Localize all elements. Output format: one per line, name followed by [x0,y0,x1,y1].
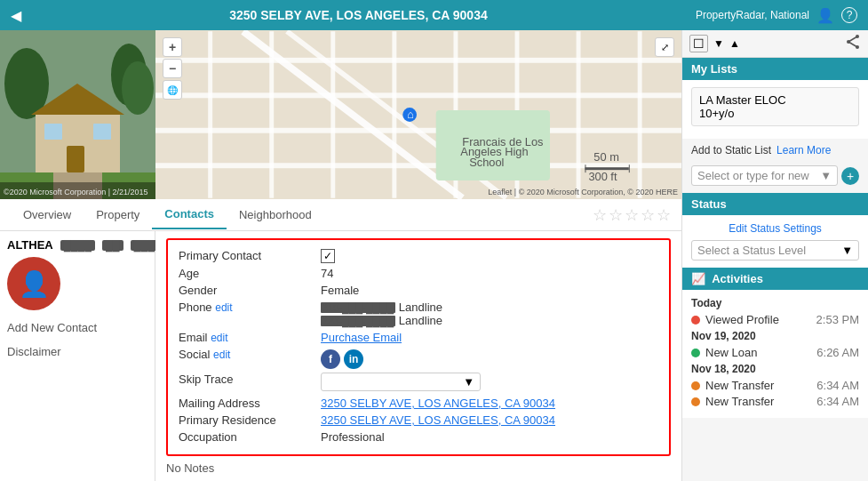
skip-trace-select[interactable]: ▼ [321,373,481,391]
map-area: ©2020 Microsoft Corporation | 2/21/2015 [0,30,681,199]
view-toggle-icons: ☐ ▼ ▲ [689,35,740,52]
star-2[interactable]: ☆ [609,205,623,225]
activity-transfer-1-label: New Transfer [705,379,811,392]
phone-row: Phone edit 310-███-████ Landline 323-███… [179,301,658,327]
gender-row: Gender Female [179,284,658,297]
notes-section: No Notes [166,461,671,475]
star-5[interactable]: ☆ [657,205,671,225]
my-lists-body: LA Master ELOC 10+y/o [682,80,868,139]
activity-new-loan: New Loan 6:26 AM [691,346,859,359]
back-icon[interactable]: ◀ [11,7,21,24]
activity-transfer-2: New Transfer 6:34 AM [691,395,859,408]
social-edit-link[interactable]: edit [213,349,230,361]
activities-section: 📈 Activities Today Viewed Profile 2:53 P… [682,268,868,418]
map-caption: Leaflet | © 2020 Microsoft Corporation, … [488,184,678,197]
contact-redacted-2: ██ [102,240,123,251]
skip-trace-row: Skip Trace ▼ [179,373,658,391]
map-expand-button[interactable]: ⤢ [655,37,674,57]
email-row: Email edit Purchase Email [179,331,658,344]
activity-transfer-2-time: 6:34 AM [816,395,859,408]
share-icon[interactable] [845,34,861,53]
phone-edit-link[interactable]: edit [215,301,232,314]
star-4[interactable]: ☆ [641,205,655,225]
phone1-row: 310-███-████ Landline [321,301,658,314]
svg-rect-6 [67,146,84,172]
tab-overview[interactable]: Overview [11,201,84,228]
primary-contact-label: Primary Contact [179,249,321,262]
contact-name: ALTHEA [7,238,53,252]
star-1[interactable]: ☆ [593,205,607,225]
mailing-address-link[interactable]: 3250 SELBY AVE, LOS ANGELES, CA 90034 [321,397,555,410]
view-square-icon[interactable]: ☐ [689,35,708,52]
activity-day-today: Today [691,297,859,309]
add-to-list-button[interactable]: + [841,167,859,185]
email-edit-link[interactable]: edit [211,332,227,344]
svg-line-43 [848,42,857,47]
activity-dot-orange-1 [691,381,700,390]
select-type-new[interactable]: Select or type for new ▼ [691,165,838,186]
gender-value: Female [321,284,658,297]
svg-rect-36 [629,164,630,172]
learn-more-link[interactable]: Learn More [776,144,831,156]
right-sidebar: ☐ ▼ ▲ My Lists LA [681,30,868,481]
age-row: Age 74 [179,267,658,280]
svg-text:School: School [469,156,504,169]
phone-values: 310-███-████ Landline 323-███-████ Landl… [321,301,658,327]
tab-neighborhood[interactable]: Neighborhood [227,201,324,228]
activities-body: Today Viewed Profile 2:53 PM Nov 19, 202… [682,290,868,418]
status-select[interactable]: Select a Status Level ▼ [691,240,859,261]
add-new-contact-item[interactable]: Add New Contact [7,316,147,340]
age-value: 74 [321,267,658,280]
contact-redacted-1: ████ [60,240,95,251]
my-lists-section: My Lists LA Master ELOC 10+y/o Add to St… [682,58,868,193]
property-photo-svg [0,30,155,199]
disclaimer-item[interactable]: Disclaimer [7,340,147,364]
status-header: Status [682,193,868,215]
list-card[interactable]: LA Master ELOC 10+y/o [691,87,859,126]
tab-contacts[interactable]: Contacts [152,200,227,229]
zoom-out-button[interactable]: − [163,59,182,78]
contact-detail: Primary Contact ✓ Age 74 Gender Female [155,231,681,481]
status-placeholder: Select a Status Level [697,244,841,257]
activity-transfer-2-label: New Transfer [705,395,811,408]
map-container[interactable]: Francais de Los Angeles High School ⌂ 50… [155,30,681,199]
view-up-icon[interactable]: ▲ [729,37,740,50]
tabs-bar: Overview Property Contacts Neighborhood … [0,199,681,231]
svg-rect-35 [585,164,585,172]
brand-label: PropertyRadar, National [696,9,809,21]
phone2-type: Landline [399,314,442,327]
activities-header: 📈 Activities [682,268,868,290]
email-label: Email edit [179,331,321,344]
activity-transfer-1-time: 6:34 AM [816,379,859,392]
help-icon[interactable]: ? [841,7,857,23]
edit-status-link[interactable]: Edit Status Settings [691,222,859,235]
view-down-icon[interactable]: ▼ [713,37,724,50]
my-lists-header: My Lists [682,58,868,80]
mailing-address-label: Mailing Address [179,397,321,410]
purchase-email-link[interactable]: Purchase Email [321,331,402,344]
svg-rect-25 [638,31,642,197]
linkedin-icon[interactable]: in [344,349,363,369]
facebook-icon[interactable]: f [321,349,340,369]
activity-viewed-label: Viewed Profile [705,313,811,326]
rs-top-bar: ☐ ▼ ▲ [682,30,868,58]
svg-rect-24 [577,31,581,197]
property-photo: ©2020 Microsoft Corporation | 2/21/2015 [0,30,155,199]
primary-residence-link[interactable]: 3250 SELBY AVE, LOS ANGELES, CA 90034 [321,413,555,427]
user-icon[interactable]: 👤 [816,7,834,24]
header-right: PropertyRadar, National 👤 ? [696,7,857,24]
svg-rect-18 [208,31,212,197]
zoom-in-button[interactable]: + [163,37,182,57]
contact-redacted-3: ███ [131,240,158,251]
app-header: ◀ 3250 SELBY AVE, LOS ANGELES, CA 90034 … [0,0,868,30]
phone2-number: 323-███-████ [321,316,395,326]
primary-contact-checkbox[interactable]: ✓ [321,249,335,263]
tab-property[interactable]: Property [84,201,152,228]
status-chevron: ▼ [841,244,853,257]
contact-area: ALTHEA ████ ██ ███ edit 👤 Add New Contac… [0,231,681,481]
select-chevron: ▼ [820,169,832,182]
add-static-row: Add to Static List Learn More [682,139,868,162]
map-layer-button[interactable]: 🌐 [163,80,182,100]
activity-dot-red [691,316,700,325]
star-3[interactable]: ☆ [625,205,639,225]
